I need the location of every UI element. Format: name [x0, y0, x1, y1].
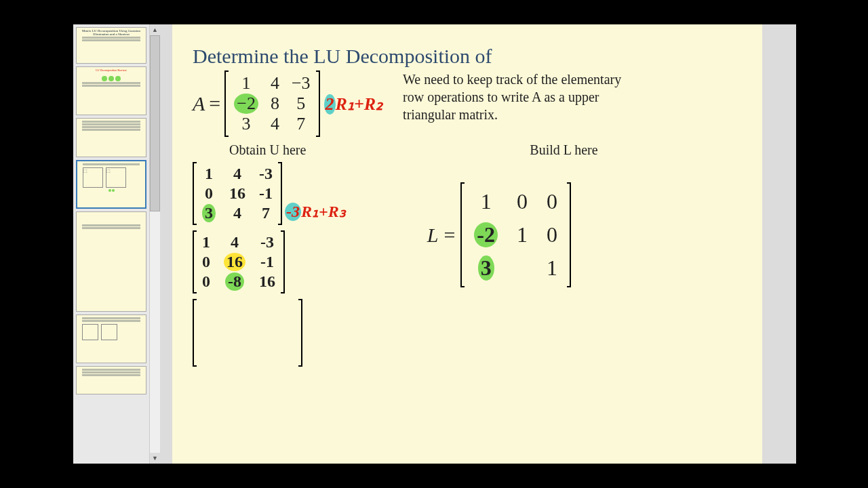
slide-thumb-2[interactable]: LU Decomposition Shortcut — [76, 66, 146, 115]
cell-highlighted: −2 — [234, 94, 258, 114]
cell: 0 — [202, 253, 210, 271]
matrix-U-step1: 1 4 -3 0 16 -1 3 4 7 — [193, 162, 282, 225]
label-obtain-u: Obtain U here — [229, 142, 306, 158]
matrix-L: 1 0 0 -2 1 0 3 1 — [460, 182, 571, 287]
cell: 0 — [547, 189, 557, 214]
cell: 5 — [292, 94, 311, 114]
cell: 1 — [474, 189, 498, 214]
cell: 4 — [229, 165, 245, 183]
matrix-A-equation: A = 1 4 −3 −2 8 5 3 4 7 — [193, 70, 382, 137]
cell-highlighted: -8 — [224, 272, 245, 291]
cell: 16 — [229, 184, 245, 203]
slide-thumb-6[interactable] — [76, 314, 146, 363]
cell: 4 — [271, 73, 279, 94]
cell: 1 — [517, 222, 528, 247]
slide-thumb-1[interactable]: Matrix LU Decomposition Using Gaussian E… — [76, 27, 146, 64]
equals-sign: = — [443, 224, 455, 247]
thumbnail-list: Matrix LU Decomposition Using Gaussian E… — [73, 24, 149, 464]
row-op-2: -3R₁+R₃ — [285, 202, 346, 225]
cell — [517, 256, 528, 281]
slide-thumb-4-current[interactable]: ⬚ ⬚ — [76, 160, 146, 209]
cell-highlighted: -2 — [474, 222, 498, 247]
thumbnail-sidebar: Matrix LU Decomposition Using Gaussian E… — [73, 24, 160, 464]
cell: 1 — [234, 73, 258, 94]
thumb-title: Matrix LU Decomposition Using Gaussian E… — [78, 29, 144, 36]
u-column: 1 4 -3 0 16 -1 3 4 7 — [193, 162, 346, 367]
rowop2-text: R₁+R₃ — [301, 203, 346, 220]
matrix-L-equation: L = 1 0 0 -2 1 0 3 1 — [427, 182, 571, 287]
A-label: A — [193, 92, 205, 115]
rowop1-text: R₁+R₂ — [336, 94, 383, 114]
rowop1-coef: 2 — [324, 94, 336, 115]
cell: 1 — [202, 165, 216, 183]
cell-highlighted: 16 — [224, 253, 245, 271]
slide-area: Determine the LU Decomposition of A = 1 … — [160, 24, 796, 464]
rowop2-coef: -3 — [285, 203, 301, 221]
matrix-U-step2: 1 4 -3 0 16 -1 0 -8 16 — [193, 230, 346, 293]
cell-highlighted: 3 — [202, 204, 216, 222]
cell: -1 — [259, 253, 275, 271]
slide-thumb-3[interactable] — [76, 118, 146, 157]
matrix-A: 1 4 −3 −2 8 5 3 4 7 — [224, 70, 319, 137]
cell: 0 — [202, 272, 210, 291]
cell: 0 — [547, 222, 557, 247]
cell: 1 — [547, 256, 557, 281]
row-op-1: 2R₁+R₂ — [324, 94, 383, 115]
cell: -3 — [259, 233, 275, 251]
cell: 7 — [259, 204, 273, 222]
cell: 1 — [202, 233, 210, 251]
equals-sign: = — [209, 92, 220, 115]
slide-thumb-5[interactable] — [76, 211, 146, 312]
cell: 0 — [202, 184, 216, 203]
slide-content: Determine the LU Decomposition of A = 1 … — [172, 24, 762, 464]
scroll-up-arrow[interactable]: ▲ — [150, 24, 160, 35]
slide-title: Determine the LU Decomposition of — [193, 45, 742, 68]
matrix-U-step3-empty — [193, 299, 346, 367]
sidebar-scrollbar[interactable]: ▲ ▼ — [149, 24, 160, 464]
presentation-viewer: Matrix LU Decomposition Using Gaussian E… — [73, 24, 796, 464]
cell: −3 — [292, 73, 311, 94]
label-build-l: Build L here — [530, 142, 597, 158]
cell: 8 — [271, 94, 279, 114]
scroll-thumb[interactable] — [150, 35, 160, 211]
cell: -3 — [259, 165, 273, 183]
cell: 4 — [229, 204, 245, 222]
cell: 7 — [292, 114, 311, 134]
scroll-track[interactable] — [150, 35, 160, 453]
cell: 16 — [259, 272, 275, 291]
cell: 4 — [224, 233, 245, 251]
thumb-title: LU Decomposition Shortcut — [78, 68, 144, 72]
cell: 4 — [271, 114, 279, 134]
scroll-down-arrow[interactable]: ▼ — [150, 453, 160, 464]
instruction-note: We need to keep track of the elementary … — [403, 70, 633, 123]
cell-highlighted: 3 — [474, 256, 498, 281]
cell: 0 — [517, 189, 528, 214]
slide-thumb-7[interactable] — [76, 366, 146, 394]
L-label: L — [427, 224, 439, 247]
cell: -1 — [259, 184, 273, 203]
cell: 3 — [234, 114, 258, 134]
